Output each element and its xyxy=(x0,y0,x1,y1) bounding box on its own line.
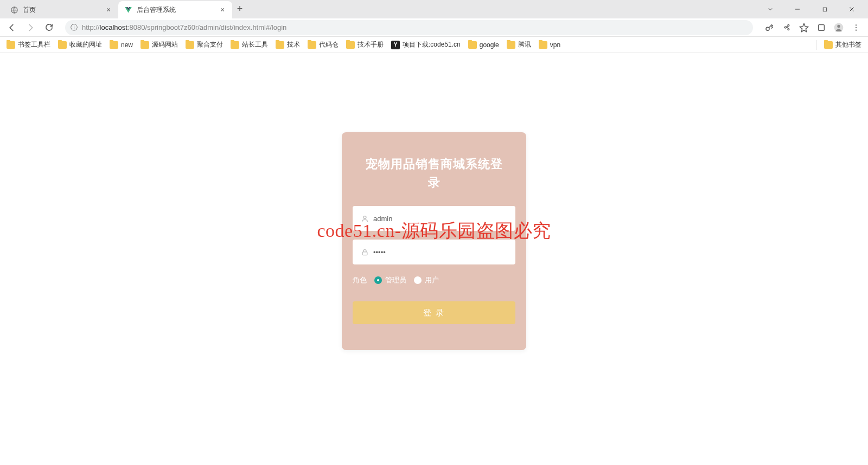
tab-close-button[interactable]: × xyxy=(104,5,113,14)
dropdown-icon[interactable] xyxy=(758,2,782,17)
folder-icon xyxy=(276,41,284,49)
tab-close-button[interactable]: × xyxy=(218,5,227,14)
extensions-icon[interactable] xyxy=(815,21,828,34)
bookmark-label: new xyxy=(121,41,133,49)
svg-point-7 xyxy=(856,27,857,28)
close-button[interactable] xyxy=(840,2,864,17)
bookmark-folder[interactable]: 代码仓 xyxy=(308,40,339,49)
site-info-icon[interactable]: ⓘ xyxy=(71,23,78,33)
forward-button[interactable] xyxy=(23,20,38,35)
radio-icon[interactable] xyxy=(374,276,382,284)
folder-icon xyxy=(58,41,67,49)
key-icon[interactable] xyxy=(763,21,776,34)
bookmark-folder[interactable]: 书签工具栏 xyxy=(7,40,50,49)
radio-icon[interactable] xyxy=(414,276,422,284)
minimize-button[interactable] xyxy=(786,2,809,17)
title-line1: 宠物用品销售商城系统登 xyxy=(366,157,503,171)
bookmark-label: 聚合支付 xyxy=(197,40,223,49)
bookmark-label: 收藏的网址 xyxy=(69,40,102,49)
svg-point-5 xyxy=(837,24,840,27)
url-field[interactable]: ⓘ http://localhost:8080/springboot7z60r/… xyxy=(65,20,753,35)
bookmark-label: 技术 xyxy=(287,40,300,49)
back-button[interactable] xyxy=(4,20,20,35)
login-button[interactable]: 登 录 xyxy=(353,301,515,324)
maximize-button[interactable] xyxy=(813,2,837,17)
star-icon[interactable] xyxy=(797,21,810,34)
bookmarks-left: 书签工具栏 收藏的网址 new 源码网站 聚合支付 站长工具 技术 代码仓 技术… xyxy=(7,40,816,49)
address-actions xyxy=(757,21,868,34)
role-option-admin[interactable]: 管理员 xyxy=(374,275,406,285)
folder-icon xyxy=(110,41,118,49)
svg-rect-1 xyxy=(823,8,826,11)
bookmark-folder[interactable]: google xyxy=(468,41,499,49)
login-card: 宠物用品销售商城系统登 录 角色 管理员 用户 登 录 xyxy=(342,132,526,350)
password-wrapper xyxy=(353,240,515,264)
tab-home[interactable]: 首页 × xyxy=(4,1,118,18)
user-icon xyxy=(359,215,370,223)
lock-icon xyxy=(359,248,370,256)
bookmark-label: 代码仓 xyxy=(319,40,339,49)
password-input[interactable] xyxy=(373,248,509,256)
nav-buttons xyxy=(0,20,61,35)
svg-point-8 xyxy=(856,29,857,30)
svg-point-6 xyxy=(856,24,857,25)
bookmark-label: 项目下载:code51.cn xyxy=(403,40,461,49)
bookmark-label: 其他书签 xyxy=(835,40,861,49)
tab-title: 首页 xyxy=(23,5,104,15)
share-icon[interactable] xyxy=(780,21,793,34)
bookmark-folder[interactable]: new xyxy=(110,41,133,49)
username-input[interactable] xyxy=(373,215,509,223)
bookmark-folder[interactable]: 技术手册 xyxy=(346,40,384,49)
page-content: 宠物用品销售商城系统登 录 角色 管理员 用户 登 录 xyxy=(0,53,868,465)
folder-icon xyxy=(186,41,194,49)
bookmark-label: google xyxy=(480,41,499,49)
url-text: http://localhost:8080/springboot7z60r/ad… xyxy=(82,23,748,31)
role-text: 用户 xyxy=(425,275,439,285)
title-line2: 录 xyxy=(428,176,441,189)
role-label: 角色 xyxy=(353,275,367,285)
login-title: 宠物用品销售商城系统登 录 xyxy=(353,155,515,192)
tab-title: 后台管理系统 xyxy=(137,5,218,15)
bookmark-folder[interactable]: 腾讯 xyxy=(507,40,531,49)
bookmark-link[interactable]: Y项目下载:code51.cn xyxy=(391,40,461,49)
other-bookmarks[interactable]: 其他书签 xyxy=(824,40,861,49)
folder-icon xyxy=(824,41,833,49)
svg-point-9 xyxy=(363,216,366,218)
bookmark-folder[interactable]: vpn xyxy=(539,41,560,49)
folder-icon xyxy=(7,41,15,49)
bookmark-folder[interactable]: 技术 xyxy=(276,40,300,49)
bookmark-folder[interactable]: 源码网站 xyxy=(141,40,178,49)
profile-icon[interactable] xyxy=(832,21,845,34)
folder-icon xyxy=(141,41,149,49)
address-bar: ⓘ http://localhost:8080/springboot7z60r/… xyxy=(0,18,868,37)
bookmark-folder[interactable]: 收藏的网址 xyxy=(58,40,102,49)
role-text: 管理员 xyxy=(385,275,406,285)
bookmark-label: vpn xyxy=(550,41,560,49)
globe-icon xyxy=(10,5,18,14)
folder-icon xyxy=(539,41,547,49)
tabs-row: 首页 × 后台管理系统 × + xyxy=(0,1,758,18)
reload-button[interactable] xyxy=(41,20,56,35)
bookmark-label: 技术手册 xyxy=(358,40,384,49)
tab-admin[interactable]: 后台管理系统 × xyxy=(118,1,232,18)
bookmark-folder[interactable]: 聚合支付 xyxy=(186,40,223,49)
folder-icon xyxy=(308,41,316,49)
window-controls xyxy=(758,0,868,18)
folder-icon xyxy=(468,41,477,49)
svg-point-2 xyxy=(766,27,769,30)
separator xyxy=(816,40,816,50)
menu-icon[interactable] xyxy=(850,21,863,34)
folder-icon xyxy=(507,41,515,49)
bookmarks-right: 其他书签 xyxy=(816,40,861,50)
titlebar: 首页 × 后台管理系统 × + xyxy=(0,0,868,18)
vue-icon xyxy=(124,5,132,14)
folder-icon xyxy=(231,41,239,49)
username-wrapper xyxy=(353,206,515,231)
bookmark-label: 站长工具 xyxy=(242,40,268,49)
bookmark-folder[interactable]: 站长工具 xyxy=(231,40,268,49)
bookmarks-bar: 书签工具栏 收藏的网址 new 源码网站 聚合支付 站长工具 技术 代码仓 技术… xyxy=(0,37,868,53)
bookmark-label: 书签工具栏 xyxy=(18,40,50,49)
new-tab-button[interactable]: + xyxy=(232,1,247,16)
role-row: 角色 管理员 用户 xyxy=(353,275,515,285)
role-option-user[interactable]: 用户 xyxy=(414,275,439,285)
